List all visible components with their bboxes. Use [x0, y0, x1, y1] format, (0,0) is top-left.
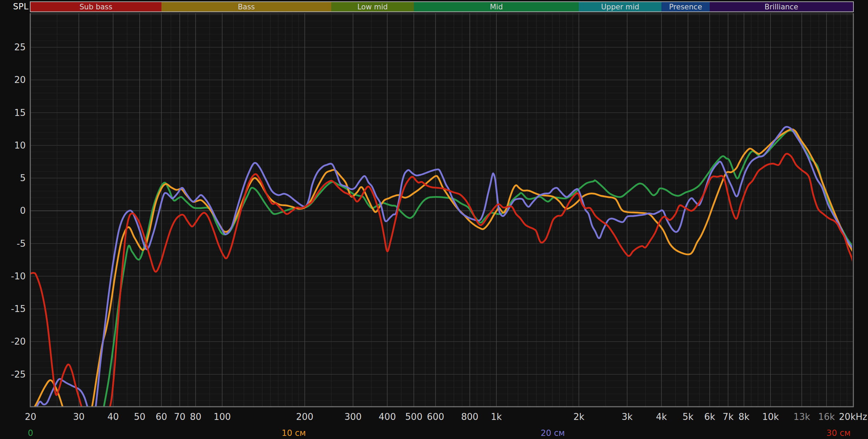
- x-tick-label: 60: [156, 412, 167, 422]
- x-tick-label: 70: [174, 412, 185, 422]
- x-tick-label: 40: [107, 412, 119, 422]
- legend-item-30-см: 30 см: [826, 428, 850, 438]
- x-tick-label: 100: [214, 412, 231, 422]
- y-tick-label: 15: [14, 108, 26, 118]
- legend-item-20-см: 20 см: [541, 428, 565, 438]
- x-tick-label: 1k: [491, 412, 502, 422]
- x-tick-label: 800: [461, 412, 478, 422]
- x-tick-label: 2k: [574, 412, 585, 422]
- x-tick-label: 20: [25, 412, 36, 422]
- legend-item-10-см: 10 см: [282, 428, 306, 438]
- x-tick-label: 400: [379, 412, 396, 422]
- frequency-response-screen: SPL Sub bassBassLow midMidUpper midPrese…: [0, 0, 868, 439]
- x-tick-label: 200: [296, 412, 314, 422]
- y-tick-label: 0: [20, 205, 26, 216]
- x-tick-label: 6k: [704, 412, 715, 422]
- y-tick-label: 5: [20, 173, 26, 183]
- x-tick-label: 7k: [723, 412, 734, 422]
- x-tick-label: 13k: [793, 412, 810, 422]
- x-tick-label: 16k: [818, 412, 835, 422]
- x-tick-label: 500: [405, 412, 423, 422]
- x-tick-label: 300: [344, 412, 362, 422]
- legend-item-0: 0: [28, 428, 33, 438]
- x-tick-label: 50: [134, 412, 145, 422]
- y-tick-label: -5: [17, 238, 26, 249]
- y-tick-label: -20: [11, 336, 26, 347]
- x-tick-label: 10k: [762, 412, 779, 422]
- x-tick-label: 30: [73, 412, 85, 422]
- frequency-response-chart: 2520151050-5-10-15-20-252030405060708010…: [0, 0, 868, 439]
- y-tick-label: -10: [11, 271, 26, 281]
- x-tick-label: 600: [427, 412, 444, 422]
- x-tick-label: 8k: [738, 412, 750, 422]
- x-tick-label: 3k: [622, 412, 633, 422]
- y-tick-label: 20: [14, 75, 26, 85]
- y-tick-label: -15: [11, 304, 26, 314]
- y-tick-label: 25: [14, 42, 26, 52]
- x-tick-label: 80: [190, 412, 201, 422]
- x-tick-label: 4k: [656, 412, 667, 422]
- y-tick-label: 10: [14, 140, 26, 151]
- x-tick-label: 20kHz: [839, 412, 867, 422]
- x-tick-label: 5k: [683, 412, 694, 422]
- y-tick-label: -25: [11, 369, 26, 380]
